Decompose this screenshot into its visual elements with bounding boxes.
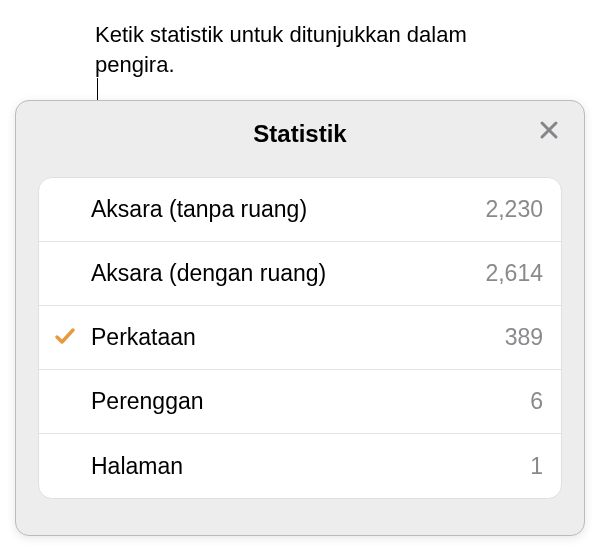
stat-label: Aksara (tanpa ruang) <box>91 196 485 223</box>
stat-label: Halaman <box>91 453 530 480</box>
stat-row-words[interactable]: Perkataan 389 <box>39 306 561 370</box>
stat-row-paragraphs[interactable]: Perenggan 6 <box>39 370 561 434</box>
stat-value: 2,614 <box>485 260 543 287</box>
panel-title: Statistik <box>253 120 346 148</box>
stat-label: Aksara (dengan ruang) <box>91 260 485 287</box>
panel-header: Statistik <box>16 101 584 167</box>
checkmark-icon <box>53 324 77 352</box>
check-column <box>39 324 91 352</box>
stat-value: 389 <box>505 324 543 351</box>
close-button[interactable] <box>532 115 566 149</box>
stats-list: Aksara (tanpa ruang) 2,230 Aksara (denga… <box>38 177 562 499</box>
stat-value: 1 <box>530 453 543 480</box>
close-icon <box>537 118 561 146</box>
stat-value: 6 <box>530 388 543 415</box>
stat-row-pages[interactable]: Halaman 1 <box>39 434 561 498</box>
stat-row-chars-with-space[interactable]: Aksara (dengan ruang) 2,614 <box>39 242 561 306</box>
stat-row-chars-no-space[interactable]: Aksara (tanpa ruang) 2,230 <box>39 178 561 242</box>
stat-label: Perkataan <box>91 324 505 351</box>
callout-text: Ketik statistik untuk ditunjukkan dalam … <box>95 20 475 79</box>
stat-label: Perenggan <box>91 388 530 415</box>
stat-value: 2,230 <box>485 196 543 223</box>
statistics-panel: Statistik Aksara (tanpa ruang) 2,230 Aks… <box>15 100 585 536</box>
